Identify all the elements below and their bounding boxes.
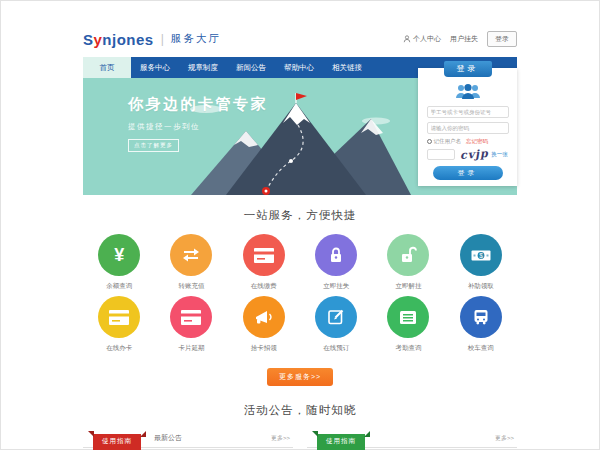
card-icon	[109, 310, 129, 325]
password-input[interactable]	[427, 122, 509, 134]
services-grid: ¥ 余额查询 转账充值	[83, 234, 517, 353]
forgot-password-link[interactable]: 忘记密码	[466, 138, 488, 145]
login-panel: 登录 记住用户名 忘记密码 cvjp 换一张 登录	[418, 68, 517, 186]
edit-icon	[327, 308, 345, 326]
nav-item-news[interactable]: 新闻公告	[227, 57, 275, 78]
yen-icon: ¥	[114, 245, 124, 266]
header-login-button[interactable]: 登录	[487, 31, 517, 47]
megaphone-icon	[254, 308, 274, 326]
service-school-bus-inquiry[interactable]: 校车查询	[445, 296, 517, 353]
banknote-icon: $	[471, 248, 491, 263]
top-bar: Synjones | 服务大厅 个人中心 用户挂失 登录	[83, 27, 517, 51]
service-subsidy-collection[interactable]: $ 补助领取	[445, 234, 517, 291]
svg-text:$: $	[479, 251, 483, 258]
service-transfer-recharge[interactable]: 转账充值	[155, 234, 227, 291]
page: Synjones | 服务大厅 个人中心 用户挂失 登录 首页 服务中心 规章制…	[0, 0, 600, 450]
hero-cta-button[interactable]: 点击了解更多	[128, 139, 179, 152]
service-online-card-apply[interactable]: 在线办卡	[83, 296, 155, 353]
personal-center-link[interactable]: 个人中心	[413, 34, 441, 44]
card-icon	[254, 248, 274, 263]
person-icon	[403, 35, 411, 43]
more-link-left[interactable]: 更多>>	[271, 434, 290, 447]
list-icon	[399, 310, 417, 325]
card-icon	[181, 310, 201, 325]
site-name: 服务大厅	[171, 32, 221, 46]
remember-username-label: 记住用户名	[434, 138, 462, 145]
service-attendance-inquiry[interactable]: 考勤查询	[372, 296, 444, 353]
transfer-icon	[181, 247, 201, 263]
hero-subtitle: 提供捷径一步到位	[128, 122, 268, 132]
tab-latest-announcements[interactable]: 最新公告	[154, 433, 182, 447]
logo-text: Synjones	[83, 31, 154, 48]
remember-username-checkbox[interactable]	[427, 139, 432, 144]
service-online-payment[interactable]: 在线缴费	[228, 234, 300, 291]
nav-item-help-center[interactable]: 帮助中心	[275, 57, 323, 78]
announcement-panel-right: 使用指南 更多>>	[307, 431, 517, 448]
service-card-extension[interactable]: 卡片延期	[155, 296, 227, 353]
captcha-image: cvjp	[459, 147, 489, 162]
hero-title: 你身边的卡管专家	[128, 95, 268, 114]
user-loss-report-link[interactable]: 用户挂失	[450, 34, 478, 44]
username-input[interactable]	[427, 106, 509, 118]
hero-text: 你身边的卡管专家 提供捷径一步到位 点击了解更多	[128, 95, 268, 152]
unlock-icon	[399, 246, 417, 264]
service-cancel-loss[interactable]: 立即解挂	[372, 234, 444, 291]
tab-usage-guide[interactable]: 使用指南	[93, 434, 141, 450]
lock-icon	[327, 246, 345, 264]
captcha-refresh-link[interactable]: 换一张	[491, 151, 508, 158]
bus-icon	[472, 308, 490, 326]
captcha-input[interactable]	[427, 149, 455, 160]
more-link-right[interactable]: 更多>>	[495, 434, 514, 447]
services-title: 一站服务，方便快捷	[83, 195, 517, 223]
more-services-button[interactable]: 更多服务>>	[267, 368, 333, 386]
logo[interactable]: Synjones | 服务大厅	[83, 31, 221, 48]
service-balance-inquiry[interactable]: ¥ 余额查询	[83, 234, 155, 291]
announcements-title: 活动公告，随时知晓	[83, 403, 517, 418]
service-found-card-claim[interactable]: 拾卡招领	[228, 296, 300, 353]
login-tab[interactable]: 登录	[444, 61, 492, 77]
nav-item-service-center[interactable]: 服务中心	[131, 57, 179, 78]
top-links: 个人中心 用户挂失 登录	[403, 31, 517, 47]
nav-item-links[interactable]: 相关链接	[323, 57, 371, 78]
announcement-panel-left: 使用指南 最新公告 更多>>	[83, 431, 293, 448]
login-submit-button[interactable]: 登录	[433, 166, 503, 180]
service-report-loss[interactable]: 立即挂失	[300, 234, 372, 291]
logo-divider: |	[161, 32, 164, 46]
users-group-icon	[453, 82, 483, 102]
nav-item-home[interactable]: 首页	[83, 57, 131, 78]
tab-usage-guide-right[interactable]: 使用指南	[317, 434, 365, 450]
service-online-booking[interactable]: 在线预订	[300, 296, 372, 353]
announcement-panels: 使用指南 最新公告 更多>> 使用指南 更多>>	[83, 431, 517, 448]
nav-item-regulations[interactable]: 规章制度	[179, 57, 227, 78]
